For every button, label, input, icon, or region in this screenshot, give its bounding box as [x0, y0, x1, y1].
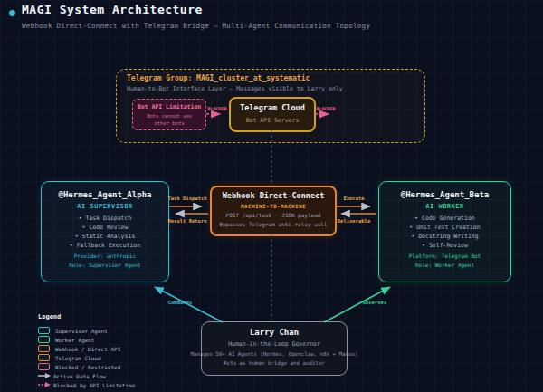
larry-line1: Manages 50+ AI Agents (Hermes, Openclaw,… [191, 351, 358, 357]
agent-beta-role-label: AI WORKER [379, 203, 510, 210]
agent-beta-role: Role: Worker Agent [379, 262, 510, 268]
legend-item-supervisor: Supervisor Agent [38, 326, 135, 335]
larry-title: Larry Chan [202, 328, 347, 337]
legend-title: Legend [38, 313, 135, 320]
webhook-title: Webhook Direct-Connect [212, 191, 335, 200]
agent-alpha-role-label: AI SUPERVISOR [42, 203, 168, 210]
telegram-cloud-title: Telegram Cloud [231, 103, 314, 112]
limitation-title: Bot API Limitation [133, 103, 205, 110]
limitation-line2: other bots [133, 120, 205, 126]
legend-item-webhook: Webhook / Direct API [38, 344, 135, 353]
webhook-box: Webhook Direct-Connect MACHINE-TO-MACHIN… [210, 186, 337, 236]
blocked-swatch-icon [38, 363, 50, 370]
title-bullet-icon [9, 10, 15, 16]
active-flow-arrow-icon [38, 372, 51, 379]
larry-line2: Acts as human bridge and auditor [202, 360, 347, 366]
legend-item-worker: Worker Agent [38, 335, 135, 344]
legend-label: Worker Agent [55, 337, 94, 343]
worker-swatch-icon [38, 336, 50, 343]
legend-label: Webhook / Direct API [55, 346, 120, 352]
flow-label-commands: Commands [157, 300, 204, 305]
telegram-cloud-box: Telegram Cloud Bot API Servers [229, 97, 316, 132]
agent-alpha-box: @Hermes_Agent_Alpha AI SUPERVISOR • Task… [41, 181, 169, 282]
flow-label-deliverable: Deliverable [329, 218, 379, 224]
agent-alpha-provider: Provider: anthropic [42, 253, 168, 259]
supervisor-swatch-icon [38, 327, 50, 334]
legend-label: Blocked / Restricted [55, 364, 120, 370]
webhook-subtitle: MACHINE-TO-MACHINE [212, 203, 335, 209]
agent-beta-item: • Docstring Writing [379, 233, 510, 240]
agent-alpha-item: • Task Dispatch [42, 215, 168, 222]
agent-beta-box: @Hermes_Agent_Beta AI WORKER • Code Gene… [378, 181, 511, 282]
telegram-cloud-swatch-icon [38, 354, 50, 361]
blocked-label-right: BLOCKED [312, 106, 339, 111]
webhook-line2: Bypasses Telegram anti-relay wall [212, 221, 335, 227]
legend-item-telegram-cloud: Telegram Cloud [38, 353, 135, 362]
page-title: MAGI System Architecture [22, 3, 203, 16]
agent-beta-platform: Platform: Telegram Bot [379, 253, 510, 259]
agent-beta-title: @Hermes_Agent_Beta [379, 190, 510, 199]
agent-alpha-role: Role: Supervisor Agent [42, 262, 168, 268]
legend-item-blocked: Blocked / Restricted [38, 362, 135, 371]
telegram-cloud-subtitle: Bot API Servers [231, 117, 314, 124]
larry-subtitle: Human-in-the-Loop Governor [202, 340, 347, 348]
blocked-label-left: BLOCKED [204, 106, 231, 111]
legend-label: Telegram Cloud [55, 355, 101, 361]
agent-beta-item: • Unit Test Creation [379, 224, 510, 231]
limitation-line1: Bots cannot see [133, 113, 205, 119]
flow-label-task-dispatch: Task Dispatch [162, 196, 213, 201]
bot-api-limitation-box: Bot API Limitation Bots cannot see other… [132, 99, 206, 130]
telegram-group-title: Telegram Group: MAGI_cluster_at_systemat… [127, 74, 310, 82]
legend-label: Active Data Flow [53, 373, 106, 379]
legend-item-blocked-flow: Blocked by API Limitation [38, 380, 135, 389]
agent-beta-item: • Code Generation [379, 215, 510, 222]
flow-label-execute: Execute [329, 196, 379, 201]
legend-label: Supervisor Agent [55, 328, 108, 334]
agent-alpha-item: • Code Review [42, 224, 168, 231]
telegram-group-subtitle: Human-to-Bot Interface Layer — Messages … [127, 85, 343, 92]
webhook-swatch-icon [38, 345, 50, 352]
agent-beta-item: • Self-Review [379, 242, 510, 249]
legend-label: Blocked by API Limitation [53, 382, 135, 388]
legend: Legend Supervisor Agent Worker Agent Web… [38, 313, 135, 389]
magi-architecture-diagram: MAGI System Architecture Webhook Direct-… [0, 0, 543, 392]
flow-label-observes: Observes [351, 300, 398, 305]
blocked-flow-arrow-icon [38, 381, 51, 388]
larry-chan-box: Larry Chan Human-in-the-Loop Governor Ma… [201, 321, 348, 376]
legend-item-active-flow: Active Data Flow [38, 371, 135, 380]
agent-alpha-title: @Hermes_Agent_Alpha [42, 190, 168, 199]
page-subtitle: Webhook Direct-Connect with Telegram Bri… [22, 22, 370, 30]
flow-label-result-return: Result Return [162, 218, 213, 224]
webhook-line1: POST /api/task · JSON payload [212, 212, 335, 218]
agent-alpha-item: • Static Analysis [42, 233, 168, 240]
agent-alpha-item: • Fallback Execution [42, 242, 168, 249]
